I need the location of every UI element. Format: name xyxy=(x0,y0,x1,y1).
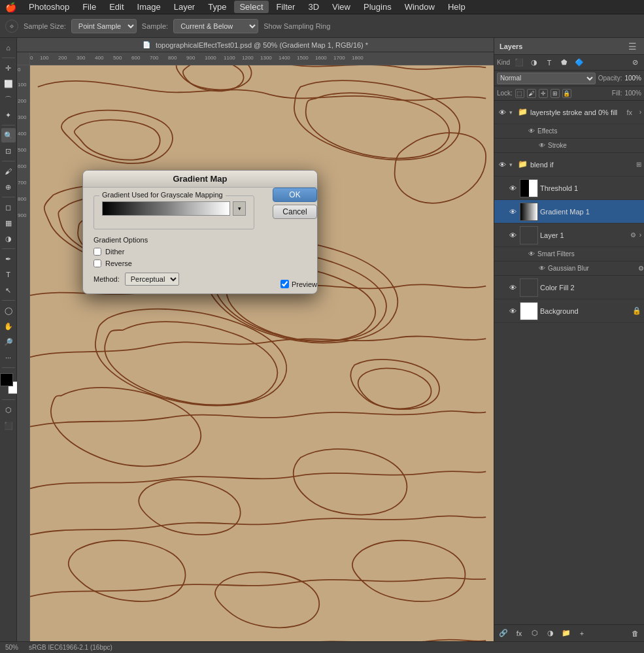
extra-tool[interactable]: ··· xyxy=(1,350,16,365)
layer-threshold[interactable]: 👁 Threshold 1 xyxy=(494,176,644,200)
home-tool[interactable]: ⌂ xyxy=(1,41,16,55)
eyedropper-tool[interactable]: 🔍 xyxy=(1,128,16,142)
new-group-btn[interactable]: 📁 xyxy=(560,627,573,640)
zoom-tool[interactable]: 🔎 xyxy=(1,335,16,349)
delete-layer-btn[interactable]: 🗑 xyxy=(628,627,641,640)
gradient-dropdown-btn[interactable]: ▾ xyxy=(233,201,246,216)
menu-3d[interactable]: 3D xyxy=(303,1,324,13)
path-selection-tool[interactable]: ↖ xyxy=(1,283,16,297)
filter-pixel-btn[interactable]: ⬛ xyxy=(513,56,526,69)
smart-filters-eye[interactable]: 👁 xyxy=(528,250,535,258)
preview-checkbox[interactable] xyxy=(280,280,289,288)
gaussian-blur-item[interactable]: 👁 Gaussian Blur ⚙ xyxy=(494,261,644,276)
layer-group-stroke[interactable]: 👁 ▾ 📁 layerstyle stroke and 0% fill fx › xyxy=(494,101,644,124)
filter-shape-btn[interactable]: ⬟ xyxy=(558,56,571,69)
reverse-checkbox[interactable] xyxy=(93,260,101,267)
new-layer-btn[interactable]: + xyxy=(575,627,588,640)
blend-mode-select[interactable]: Normal xyxy=(497,73,596,84)
sample-size-select[interactable]: Point Sample xyxy=(71,19,137,33)
move-tool[interactable]: ✛ xyxy=(1,61,16,75)
menu-filter[interactable]: Filter xyxy=(271,1,301,13)
marquee-tool[interactable]: ⬜ xyxy=(1,76,16,91)
menu-select[interactable]: Select xyxy=(234,1,268,13)
layer-eye-group1[interactable]: 👁 xyxy=(497,107,507,118)
effects-eye[interactable]: 👁 xyxy=(528,127,535,135)
method-select[interactable]: Perceptual Linear Classic xyxy=(125,273,179,286)
new-adjustment-btn[interactable]: ◑ xyxy=(544,627,557,640)
layer-eye-colorfill[interactable]: 👁 xyxy=(507,282,518,293)
left-toolbar: ⌂ ✛ ⬜ ⌒ ✦ 🔍 ⊡ 🖌 ⊕ ◻ ▦ ◑ ✒ T ↖ ◯ ✋ 🔎 ··· … xyxy=(0,38,17,641)
filter-toggle-btn[interactable]: ⊘ xyxy=(628,56,641,69)
menu-plugins[interactable]: Plugins xyxy=(358,1,397,13)
screen-mode-tool[interactable]: ⬛ xyxy=(1,418,16,433)
lock-position-btn[interactable]: ✛ xyxy=(539,89,548,98)
filter-adjustment-btn[interactable]: ◑ xyxy=(528,56,541,69)
foreground-color-swatch[interactable] xyxy=(0,373,13,386)
layer-gradient-map[interactable]: 👁 Gradient Map 1 xyxy=(494,200,644,224)
menu-image[interactable]: Image xyxy=(132,1,166,13)
lock-all-btn[interactable]: 🔒 xyxy=(562,89,571,98)
blend-arrow[interactable]: ▾ xyxy=(509,161,516,168)
blend-link[interactable]: ⊞ xyxy=(636,161,641,168)
menu-photoshop[interactable]: Photoshop xyxy=(24,1,75,13)
layer-eye-gradmap[interactable]: 👁 xyxy=(507,207,518,217)
menu-type[interactable]: Type xyxy=(203,1,231,13)
cancel-button[interactable]: Cancel xyxy=(273,205,317,219)
layer-layer1[interactable]: 👁 Layer 1 ⚙ › xyxy=(494,224,644,247)
add-style-btn[interactable]: fx xyxy=(513,627,526,640)
layer-eye-bg[interactable]: 👁 xyxy=(507,306,518,316)
shape-tool[interactable]: ◯ xyxy=(1,303,16,318)
layer1-expand[interactable]: › xyxy=(639,231,641,239)
quick-mask-tool[interactable]: ⬡ xyxy=(1,403,16,417)
document-title-bar: 📄 topographicalEffectTest01.psd @ 50% (G… xyxy=(17,38,494,52)
stamp-tool[interactable]: ⊕ xyxy=(1,180,16,194)
add-mask-btn[interactable]: ⬡ xyxy=(528,627,541,640)
group1-arrow[interactable]: ▾ xyxy=(509,109,516,116)
filter-type-btn[interactable]: T xyxy=(543,56,556,69)
lasso-tool[interactable]: ⌒ xyxy=(1,92,16,107)
magic-wand-tool[interactable]: ✦ xyxy=(1,108,16,122)
layer-eye-layer1[interactable]: 👁 xyxy=(507,230,518,241)
group1-expand[interactable]: › xyxy=(639,109,641,116)
stroke-eye[interactable]: 👁 xyxy=(539,142,545,149)
menu-window[interactable]: Window xyxy=(399,1,440,13)
tool-preset-btn[interactable]: ⟐ xyxy=(5,20,18,33)
panel-menu-btn[interactable]: ☰ xyxy=(626,40,639,53)
sample-select[interactable]: Current & Below xyxy=(173,19,258,33)
menu-help[interactable]: Help xyxy=(443,1,471,13)
menu-file[interactable]: File xyxy=(77,1,101,13)
layer-color-fill[interactable]: 👁 Color Fill 2 xyxy=(494,276,644,299)
apple-menu[interactable]: 🍎 xyxy=(5,2,16,12)
menu-layer[interactable]: Layer xyxy=(169,1,201,13)
text-tool[interactable]: T xyxy=(1,267,16,282)
hand-tool[interactable]: ✋ xyxy=(1,319,16,333)
crop-tool[interactable]: ⊡ xyxy=(1,144,16,158)
layer-eye-threshold[interactable]: 👁 xyxy=(507,183,518,193)
lock-artboard-btn[interactable]: ⊞ xyxy=(551,89,560,98)
gaussian-settings[interactable]: ⚙ xyxy=(638,265,644,272)
eraser-tool[interactable]: ◻ xyxy=(1,200,16,214)
gaussian-eye[interactable]: 👁 xyxy=(539,265,545,272)
menu-edit[interactable]: Edit xyxy=(104,1,129,13)
link-layers-btn[interactable]: 🔗 xyxy=(497,627,510,640)
layer-group-blend[interactable]: 👁 ▾ 📁 blend if ⊞ xyxy=(494,153,644,176)
gradient-bar[interactable] xyxy=(102,201,230,216)
group1-fx-btn[interactable]: fx xyxy=(623,106,636,119)
dodge-tool[interactable]: ◑ xyxy=(1,231,16,246)
layer-background[interactable]: 👁 Background 🔒 xyxy=(494,299,644,323)
menu-view[interactable]: View xyxy=(327,1,356,13)
lock-image-btn[interactable]: 🖌 xyxy=(527,89,536,98)
layer1-settings[interactable]: ⚙ xyxy=(630,231,636,239)
pen-tool[interactable]: ✒ xyxy=(1,252,16,266)
layer-eye-blend[interactable]: 👁 xyxy=(497,159,507,170)
ok-button[interactable]: OK xyxy=(273,188,317,202)
smart-filters-item[interactable]: 👁 Smart Filters xyxy=(494,247,644,261)
brush-tool[interactable]: 🖌 xyxy=(1,164,16,178)
gradient-tool[interactable]: ▦ xyxy=(1,216,16,230)
stroke-item[interactable]: 👁 Stroke xyxy=(494,139,644,153)
lock-transparent-btn[interactable]: ⬚ xyxy=(515,89,524,98)
sample-size-label: Sample Size: xyxy=(24,22,66,30)
filter-smart-btn[interactable]: 🔷 xyxy=(573,56,586,69)
dither-checkbox[interactable] xyxy=(93,248,101,256)
effects-item[interactable]: 👁 Effects xyxy=(494,124,644,139)
